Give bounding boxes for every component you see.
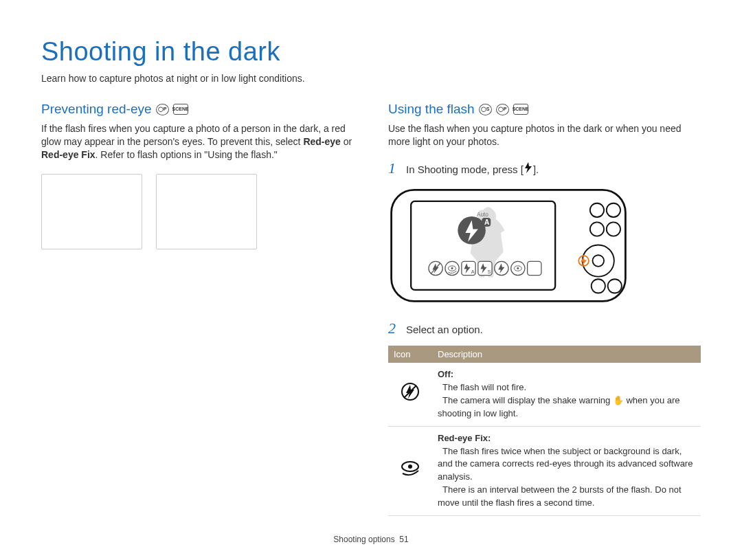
svg-point-31: [408, 464, 412, 469]
preventing-red-eye-body: If the flash fires when you capture a ph…: [41, 122, 354, 161]
svg-point-5: [607, 223, 620, 236]
svg-point-7: [593, 256, 605, 267]
svg-point-4: [590, 223, 604, 236]
step-text: In Shooting mode, press [ ].: [406, 162, 539, 177]
svg-point-3: [607, 203, 620, 217]
example-thumbnails: [41, 174, 354, 249]
flash-off-description: Off: The flash will not fire. The camera…: [432, 363, 701, 426]
step-number: 2: [388, 318, 399, 339]
step-1: 1 In Shooting mode, press [ ].: [388, 158, 701, 179]
heading-text: Preventing red-eye: [41, 100, 152, 118]
step-text: Select an option.: [406, 323, 483, 337]
red-eye-fix-description: Red-eye Fix: The flash fires twice when …: [432, 426, 701, 515]
col-description: Description: [432, 346, 701, 363]
flash-off-icon: [388, 363, 432, 426]
left-column: Preventing red-eye ◯P SCENE If the flash…: [41, 100, 354, 516]
mode-scene-icon: SCENE: [173, 104, 188, 115]
svg-text:A: A: [471, 269, 475, 275]
right-column: Using the flash ◯S ◯P SCENE Use the flas…: [388, 100, 701, 516]
svg-point-6: [583, 245, 614, 277]
svg-point-9: [592, 280, 605, 293]
camera-screen-label: Auto: [477, 212, 488, 218]
camera-illustration: A Auto A S: [388, 185, 701, 309]
mode-program-icon: ◯P: [156, 104, 169, 115]
step-number: 1: [388, 158, 399, 179]
shake-warning-icon: ✋: [613, 395, 624, 405]
page-subtitle: Learn how to capture photos at night or …: [41, 72, 701, 85]
page-footer: Shooting options 51: [0, 534, 742, 545]
page-title: Shooting in the dark: [41, 34, 701, 69]
example-image-before: [41, 174, 142, 249]
heading-text: Using the flash: [388, 100, 475, 118]
col-icon: Icon: [388, 346, 432, 363]
using-the-flash-heading: Using the flash ◯S ◯P SCENE: [388, 100, 701, 118]
svg-point-26: [517, 267, 519, 269]
using-flash-intro: Use the flash when you capture photos in…: [388, 122, 701, 148]
table-row: Red-eye Fix: The flash fires twice when …: [388, 426, 701, 515]
step-2: 2 Select an option.: [388, 318, 701, 339]
red-eye-fix-icon: [388, 426, 432, 515]
example-image-after: [156, 174, 257, 249]
mode-smart-icon: ◯S: [479, 104, 492, 115]
preventing-red-eye-heading: Preventing red-eye ◯P SCENE: [41, 100, 354, 118]
svg-rect-27: [528, 262, 541, 276]
table-row: Off: The flash will not fire. The camera…: [388, 363, 701, 426]
flash-options-table: Icon Description Off: The flash will not…: [388, 346, 701, 516]
svg-point-2: [590, 203, 604, 217]
svg-text:A: A: [484, 219, 490, 226]
mode-program-icon: ◯P: [496, 104, 509, 115]
flash-key-icon: [524, 162, 533, 173]
svg-text:S: S: [488, 269, 491, 275]
svg-point-18: [451, 267, 453, 269]
mode-scene-icon: SCENE: [513, 104, 528, 115]
svg-point-10: [608, 280, 622, 293]
